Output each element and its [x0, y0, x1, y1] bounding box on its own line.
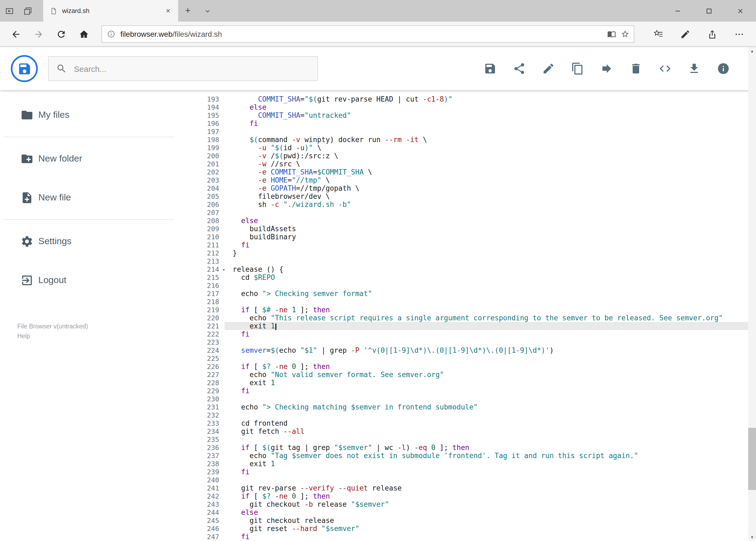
code-line[interactable]: buildAssets: [225, 225, 748, 233]
code-line[interactable]: -w //src \: [225, 160, 748, 168]
minimize-button[interactable]: [662, 0, 693, 22]
code-line[interactable]: [225, 257, 748, 265]
scrollbar-track[interactable]: [748, 55, 756, 533]
code-line[interactable]: filebrowser/dev \: [225, 192, 748, 201]
code-editor[interactable]: 1931941951961971981992002012022032042052…: [174, 90, 756, 541]
editor-code[interactable]: COMMIT_SHA="$(git rev-parse HEAD | cut -…: [225, 95, 748, 541]
code-line[interactable]: fi: [225, 468, 748, 476]
code-line[interactable]: fi: [225, 533, 748, 541]
code-line[interactable]: fi: [225, 241, 748, 249]
code-line[interactable]: echo "Tag $semver does not exist in subm…: [225, 452, 748, 460]
sidebar-item-my-files[interactable]: My files: [0, 96, 174, 135]
sidebar-item-settings[interactable]: Settings: [0, 222, 174, 261]
page-scrollbar[interactable]: ▲ ▼: [748, 47, 756, 541]
share-button[interactable]: [513, 62, 526, 75]
code-line[interactable]: if [ $? -ne 0 ]; then: [225, 492, 748, 500]
code-line[interactable]: else: [225, 508, 748, 516]
more-button[interactable]: [726, 23, 753, 45]
search-input[interactable]: [74, 64, 310, 73]
code-line[interactable]: [225, 338, 748, 346]
download-button[interactable]: [687, 62, 700, 75]
code-line[interactable]: if [ $(git tag | grep "$semver" | wc -l)…: [225, 443, 748, 452]
sidebar-item-new-folder[interactable]: New folder: [0, 139, 174, 178]
forward-button[interactable]: [27, 23, 50, 45]
favorite-star-icon[interactable]: [621, 30, 629, 38]
code-line[interactable]: echo "This release script requires a sin…: [225, 314, 748, 322]
code-line[interactable]: [225, 435, 748, 443]
code-line[interactable]: git checkout release: [225, 516, 748, 525]
code-line[interactable]: -v /$(pwd):/src:z \: [225, 152, 748, 160]
sidebar-item-logout[interactable]: Logout: [0, 261, 174, 300]
code-button[interactable]: [658, 62, 671, 75]
code-line[interactable]: cd $REPO: [225, 273, 748, 281]
save-button[interactable]: [483, 62, 496, 75]
delete-button[interactable]: [629, 62, 642, 75]
code-line[interactable]: git fetch --all: [225, 427, 748, 435]
copy-button[interactable]: [571, 62, 584, 75]
scrollbar-thumb[interactable]: [748, 428, 756, 490]
code-line[interactable]: buildBinary: [225, 233, 748, 241]
code-line[interactable]: COMMIT_SHA="untracked": [225, 111, 748, 119]
sidebar-item-new-file[interactable]: New file: [0, 178, 174, 217]
code-line[interactable]: [225, 411, 748, 419]
code-line[interactable]: semver=$(echo "$1" | grep -P '^v(0|[1-9]…: [225, 346, 748, 354]
search-box[interactable]: [48, 56, 318, 81]
code-line[interactable]: fi: [225, 387, 748, 395]
close-button[interactable]: [725, 0, 756, 22]
code-line[interactable]: if [ $? -ne 0 ]; then: [225, 362, 748, 370]
code-line[interactable]: [225, 395, 748, 403]
move-button[interactable]: [600, 62, 613, 75]
refresh-button[interactable]: [50, 23, 72, 45]
code-line[interactable]: else: [225, 217, 748, 225]
maximize-button[interactable]: [693, 0, 725, 22]
code-line[interactable]: COMMIT_SHA="$(git rev-parse HEAD | cut -…: [225, 95, 748, 103]
code-line[interactable]: [225, 354, 748, 362]
code-line[interactable]: }: [225, 249, 748, 257]
url-text[interactable]: filebrowser.web/files/wizard.sh: [121, 30, 602, 38]
code-line[interactable]: [225, 476, 748, 484]
code-line[interactable]: [225, 128, 748, 136]
tab-list-button[interactable]: [197, 0, 217, 22]
set-tabs-aside-button[interactable]: [0, 0, 18, 22]
code-line[interactable]: exit 1: [225, 379, 748, 387]
browser-tab[interactable]: wizard.sh ✕: [43, 0, 178, 22]
code-line[interactable]: [225, 281, 748, 289]
fold-arrow-icon[interactable]: ▾: [222, 266, 225, 274]
info-button[interactable]: [717, 62, 730, 75]
reading-view-icon[interactable]: [607, 30, 616, 38]
new-tab-button[interactable]: +: [178, 0, 197, 22]
code-line[interactable]: [225, 209, 748, 217]
code-line[interactable]: exit 1: [225, 322, 748, 330]
code-line[interactable]: exit 1: [225, 460, 748, 468]
code-line[interactable]: -e HOME="//tmp" \: [225, 176, 748, 184]
code-line[interactable]: else: [225, 103, 748, 111]
code-line[interactable]: release () {: [225, 265, 748, 273]
site-info-icon[interactable]: [107, 30, 116, 38]
code-line[interactable]: fi: [225, 330, 748, 338]
code-line[interactable]: -e GOPATH=//tmp/gopath \: [225, 184, 748, 192]
back-button[interactable]: [4, 23, 27, 45]
home-button[interactable]: [72, 23, 95, 45]
help-link[interactable]: Help: [17, 331, 174, 341]
share-page-button[interactable]: [699, 23, 726, 45]
web-note-button[interactable]: [672, 23, 699, 45]
code-line[interactable]: $(command -v winpty) docker run --rm -it…: [225, 136, 748, 144]
hub-button[interactable]: [645, 23, 672, 45]
code-line[interactable]: fi: [225, 119, 748, 128]
code-line[interactable]: cd frontend: [225, 419, 748, 427]
scroll-up-icon[interactable]: ▲: [748, 47, 756, 55]
code-line[interactable]: -e COMMIT_SHA=$COMMIT_SHA \: [225, 168, 748, 176]
tabs-preview-button[interactable]: [18, 0, 37, 22]
tab-close-icon[interactable]: ✕: [163, 6, 173, 16]
rename-button[interactable]: [542, 62, 555, 75]
code-line[interactable]: sh -c "./wizard.sh -b": [225, 201, 748, 209]
scroll-down-icon[interactable]: ▼: [748, 533, 756, 541]
code-line[interactable]: echo "> Checking matching $semver in fro…: [225, 403, 748, 411]
code-line[interactable]: git checkout -b release "$semver": [225, 500, 748, 508]
code-line[interactable]: -u "$(id -u)" \: [225, 144, 748, 152]
app-logo[interactable]: [11, 55, 38, 82]
code-line[interactable]: [225, 297, 748, 306]
address-bar[interactable]: filebrowser.web/files/wizard.sh: [102, 25, 634, 43]
code-line[interactable]: git reset --hard "$semver": [225, 525, 748, 533]
code-line[interactable]: git rev-parse --verify --quiet release: [225, 484, 748, 492]
